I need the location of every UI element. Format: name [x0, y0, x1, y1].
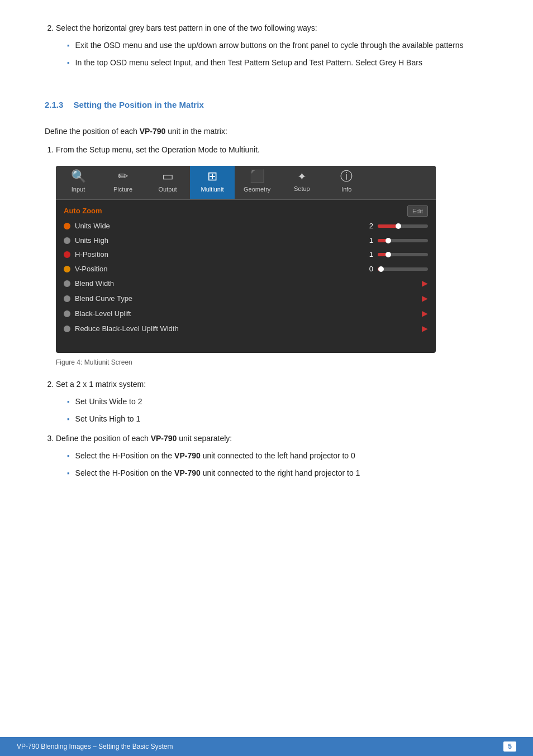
osd-item-units-high[interactable]: Units High 1 — [64, 233, 428, 248]
h-position-label: H-Position — [75, 249, 359, 260]
bullet-2a-text: Set Units Wide to 2 — [75, 396, 142, 408]
bullet-3a-text: Select the H-Position on the VP-790 unit… — [75, 450, 355, 462]
v-position-slider[interactable] — [378, 267, 428, 271]
osd-tab-input-label: Input — [72, 185, 85, 194]
units-wide-fill — [378, 224, 398, 228]
osd-tab-input[interactable]: 🔍 Input — [56, 166, 101, 199]
osd-item-black-level-uplift[interactable]: Black-Level Uplift ▶ — [64, 306, 428, 321]
osd-tab-output-label: Output — [158, 185, 177, 194]
blend-width-arrow: ▶ — [422, 277, 428, 289]
osd-item-blend-width[interactable]: Blend Width ▶ — [64, 276, 428, 291]
vp790-bold: VP-790 — [140, 127, 166, 136]
footer-bar: VP-790 Blending Images – Setting the Bas… — [0, 737, 533, 756]
v-position-thumb — [378, 266, 384, 272]
dot-reduce-black-level — [64, 326, 70, 332]
blend-curve-type-label: Blend Curve Type — [75, 293, 417, 304]
blend-width-label: Blend Width — [75, 278, 417, 289]
dot-units-high — [64, 237, 70, 244]
numbered-item-step3: Define the position of each VP-790 unit … — [56, 433, 488, 479]
step1-text: From the Setup menu, set the Operation M… — [56, 145, 260, 154]
osd-tab-info-label: Info — [341, 185, 351, 194]
bullet-1b-text: In the top OSD menu select Input, and th… — [75, 57, 422, 69]
bullet-item-1a: Exit the OSD menu and use the up/down ar… — [67, 40, 488, 51]
dot-units-wide — [64, 223, 70, 229]
osd-item-blend-curve-type[interactable]: Blend Curve Type ▶ — [64, 291, 428, 306]
output-icon: ▭ — [162, 170, 174, 183]
units-high-slider[interactable] — [378, 239, 428, 242]
v-position-label: V-Position — [75, 264, 359, 275]
osd-edit-button[interactable]: Edit — [407, 205, 428, 217]
units-wide-slider[interactable] — [378, 224, 428, 228]
osd-screen-title: Auto Zoom — [64, 205, 102, 217]
section-number: 2.1.3 — [45, 100, 63, 109]
osd-item-units-wide[interactable]: Units Wide 2 — [64, 219, 428, 233]
osd-tab-multiunit[interactable]: ⊞ Multiunit — [190, 166, 235, 199]
osd-tab-picture-label: Picture — [113, 185, 132, 194]
v-position-slider-row: 0 — [363, 264, 428, 275]
bullet-item-1b: In the top OSD menu select Input, and th… — [67, 57, 488, 69]
units-high-slider-row: 1 — [363, 235, 428, 246]
dot-black-level-uplift — [64, 310, 70, 317]
v-position-value: 0 — [363, 264, 373, 275]
figure-caption: Figure 4: Multiunit Screen — [56, 357, 488, 368]
bullet-1a-text: Exit the OSD menu and use the up/down ar… — [75, 40, 464, 51]
item2-text: Select the horizontal grey bars test pat… — [56, 23, 317, 32]
units-high-value: 1 — [363, 235, 373, 246]
osd-header: Auto Zoom Edit — [64, 205, 428, 217]
step3-text: Define the position of each VP-790 unit … — [56, 434, 232, 443]
geometry-icon: ⬛ — [250, 170, 265, 183]
units-wide-value: 2 — [363, 221, 373, 232]
osd-tab-info[interactable]: ⓘ Info — [324, 166, 369, 199]
h-position-thumb — [386, 252, 391, 257]
setup-icon: ✦ — [297, 171, 307, 182]
units-high-thumb — [386, 238, 391, 243]
reduce-black-level-label: Reduce Black-Level Uplift Width — [75, 323, 417, 334]
osd-item-reduce-black-level[interactable]: Reduce Black-Level Uplift Width ▶ — [64, 321, 428, 336]
osd-tab-geometry-label: Geometry — [244, 185, 270, 194]
osd-tab-bar: 🔍 Input ✏ Picture ▭ Output ⊞ Multiunit ⬛ — [56, 166, 436, 200]
vp790-3a: VP-790 — [174, 451, 201, 460]
osd-item-v-position[interactable]: V-Position 0 — [64, 262, 428, 276]
h-position-slider-row: 1 — [363, 249, 428, 260]
blend-curve-type-arrow: ▶ — [422, 293, 428, 304]
vp790-step3: VP-790 — [151, 434, 177, 443]
osd-body: Auto Zoom Edit Units Wide 2 — [56, 200, 436, 342]
units-wide-slider-row: 2 — [363, 221, 428, 232]
step2-text: Set a 2 x 1 matrix system: — [56, 380, 146, 389]
bullet-2a: Set Units Wide to 2 — [67, 396, 488, 408]
osd-tab-output[interactable]: ▭ Output — [145, 166, 190, 199]
reduce-black-level-arrow: ▶ — [422, 323, 428, 334]
input-icon: 🔍 — [71, 170, 86, 183]
black-level-uplift-label: Black-Level Uplift — [75, 308, 417, 319]
section-title: Setting the Position in the Matrix — [73, 100, 203, 109]
footer-text: VP-790 Blending Images – Setting the Bas… — [17, 743, 173, 750]
numbered-item-step1: From the Setup menu, set the Operation M… — [56, 144, 488, 368]
osd-tab-geometry[interactable]: ⬛ Geometry — [235, 166, 279, 199]
bullet-2b-text: Set Units High to 1 — [75, 413, 141, 425]
dot-v-position — [64, 266, 70, 272]
osd-tab-multiunit-label: Multiunit — [201, 185, 224, 194]
osd-item-h-position[interactable]: H-Position 1 — [64, 247, 428, 262]
footer-page: 5 — [503, 741, 516, 752]
info-icon: ⓘ — [340, 170, 353, 183]
bullet-3a: Select the H-Position on the VP-790 unit… — [67, 450, 488, 462]
black-level-uplift-arrow: ▶ — [422, 308, 428, 319]
units-wide-thumb — [396, 223, 401, 229]
numbered-item-step2: Set a 2 x 1 matrix system: Set Units Wid… — [56, 379, 488, 425]
bullet-3b-text: Select the H-Position on the VP-790 unit… — [75, 467, 360, 479]
units-high-label: Units High — [75, 235, 359, 246]
dot-blend-width — [64, 280, 70, 287]
bullet-2b: Set Units High to 1 — [67, 413, 488, 425]
intro-paragraph: Define the position of each VP-790 unit … — [45, 125, 488, 137]
osd-tab-setup[interactable]: ✦ Setup — [279, 166, 324, 199]
osd-screen: 🔍 Input ✏ Picture ▭ Output ⊞ Multiunit ⬛ — [56, 166, 436, 353]
osd-tab-picture[interactable]: ✏ Picture — [101, 166, 145, 199]
h-position-value: 1 — [363, 249, 373, 260]
numbered-item-2: Select the horizontal grey bars test pat… — [56, 22, 488, 69]
multiunit-icon: ⊞ — [207, 170, 217, 183]
units-wide-label: Units Wide — [75, 221, 359, 232]
bullet-3b: Select the H-Position on the VP-790 unit… — [67, 467, 488, 479]
h-position-slider[interactable] — [378, 253, 428, 256]
osd-tab-setup-label: Setup — [294, 184, 310, 194]
dot-blend-curve-type — [64, 295, 70, 302]
